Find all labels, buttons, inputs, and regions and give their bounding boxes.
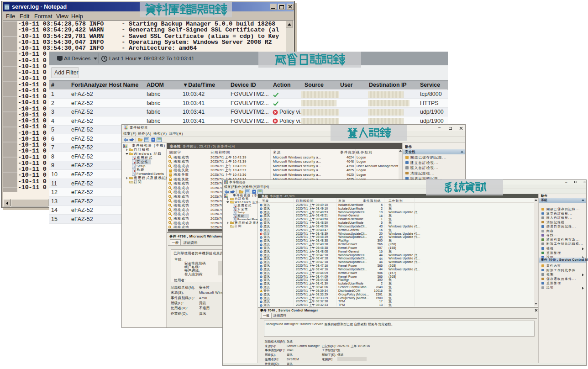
svg-text:?: ?: [253, 190, 255, 194]
svg-text:?: ?: [152, 138, 154, 142]
